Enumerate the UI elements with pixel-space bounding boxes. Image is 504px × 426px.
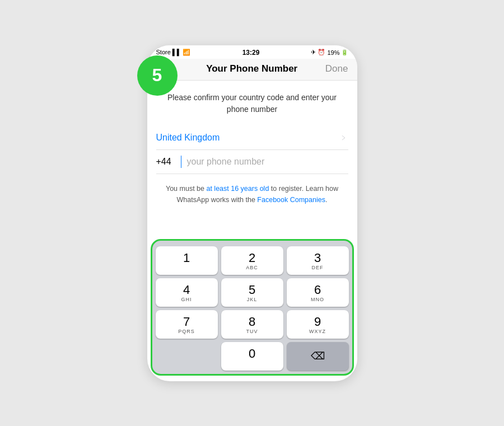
- key-4[interactable]: 4 GHI: [156, 278, 218, 307]
- step-badge: 5: [137, 55, 178, 96]
- page-title: Your Phone Number: [206, 63, 297, 74]
- content-area: Please confirm your country code and ent…: [147, 81, 357, 217]
- delete-icon: ⌫: [311, 350, 325, 362]
- subtitle-text: Please confirm your country code and ent…: [156, 92, 348, 115]
- battery-percent: 19%: [327, 49, 339, 56]
- key-8[interactable]: 8 TUV: [221, 310, 283, 339]
- phone-frame: Store ▌▌ 📶 13:29 ✈ ⏰ 19% 🔋 Your Phone Nu…: [147, 45, 357, 381]
- facebook-link[interactable]: Facebook Companies: [257, 196, 325, 204]
- delete-button[interactable]: ⌫: [287, 342, 349, 371]
- step-number: 5: [152, 65, 162, 86]
- info-text: You must be at least 16 years old to reg…: [156, 183, 348, 217]
- country-selector[interactable]: United Kingdom ﹥: [156, 127, 348, 150]
- nav-bar: Your Phone Number Done: [147, 59, 357, 81]
- country-code: +44: [156, 157, 176, 167]
- country-name: United Kingdom: [156, 133, 220, 143]
- key-5[interactable]: 5 JKL: [221, 278, 283, 307]
- spacer: [147, 217, 357, 239]
- key-3[interactable]: 3 DEF: [287, 246, 349, 275]
- done-button[interactable]: Done: [325, 63, 348, 74]
- phone-input-row[interactable]: +44 your phone number: [156, 150, 348, 174]
- carrier-text: Store ▌▌ 📶: [156, 49, 191, 56]
- keyboard-bottom-row: 0 ⌫: [156, 342, 349, 371]
- age-link[interactable]: at least 16 years old: [206, 185, 269, 193]
- key-7[interactable]: 7 PQRS: [156, 310, 218, 339]
- keyboard: 1 2 ABC 3 DEF 4 GHI 5 JKL: [151, 239, 354, 376]
- status-right: ✈ ⏰ 19% 🔋: [311, 49, 348, 56]
- key-1[interactable]: 1: [156, 246, 218, 275]
- keyboard-grid: 1 2 ABC 3 DEF 4 GHI 5 JKL: [156, 246, 349, 339]
- chevron-right-icon: ﹥: [339, 132, 348, 144]
- status-bar: Store ▌▌ 📶 13:29 ✈ ⏰ 19% 🔋: [147, 45, 357, 59]
- alarm-icon: ⏰: [318, 49, 325, 56]
- phone-placeholder: your phone number: [187, 157, 265, 167]
- cursor-divider: [181, 156, 181, 168]
- status-time: 13:29: [242, 49, 260, 57]
- info-text-1: You must be: [166, 185, 207, 193]
- key-6[interactable]: 6 MNO: [287, 278, 349, 307]
- info-text-3: .: [325, 196, 327, 204]
- key-empty: [156, 342, 218, 371]
- key-2[interactable]: 2 ABC: [221, 246, 283, 275]
- battery-icon: 🔋: [341, 49, 348, 55]
- key-9[interactable]: 9 WXYZ: [287, 310, 349, 339]
- key-0[interactable]: 0: [221, 342, 283, 371]
- location-icon: ✈: [311, 49, 316, 56]
